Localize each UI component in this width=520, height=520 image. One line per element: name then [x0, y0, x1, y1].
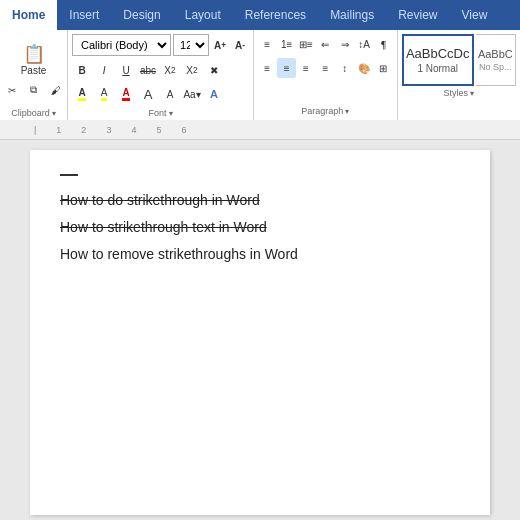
- justify-button[interactable]: ≡: [316, 58, 334, 78]
- font-color-button[interactable]: A: [116, 84, 136, 104]
- ruler: | 1 2 3 4 5 6: [0, 120, 520, 140]
- clipboard-group: 📋 Paste ✂ ⧉ 🖌 Clipboard ▾: [0, 30, 68, 120]
- strikethrough-button[interactable]: abc: [138, 60, 158, 80]
- doc-text-3: How to remove strikethroughs in Word: [60, 246, 298, 262]
- align-center-button[interactable]: ≡: [277, 58, 295, 78]
- borders-button[interactable]: ⊞: [374, 58, 392, 78]
- ribbon: 📋 Paste ✂ ⧉ 🖌 Clipboard ▾ Calibri (Body)…: [0, 30, 520, 120]
- multilevel-list-button[interactable]: ⊞≡: [297, 34, 315, 54]
- paste-icon: 📋: [23, 43, 45, 65]
- shading-button[interactable]: A: [94, 84, 114, 104]
- paragraph-group-label: Paragraph ▾: [258, 106, 393, 116]
- cut-button[interactable]: ✂: [2, 80, 22, 100]
- increase-indent-button[interactable]: ⇒: [336, 34, 354, 54]
- tab-layout[interactable]: Layout: [173, 0, 233, 30]
- shading-fill-button[interactable]: 🎨: [355, 58, 373, 78]
- italic-button[interactable]: I: [94, 60, 114, 80]
- doc-line-1: How to do strikethrough in Word: [60, 190, 460, 211]
- clear-format-button[interactable]: ✖: [204, 60, 224, 80]
- styles-group: AaBbCcDc 1 Normal AaBbC No Sp... Styles …: [398, 30, 520, 120]
- nosp-label: No Sp...: [479, 62, 512, 72]
- clipboard-label: Clipboard ▾: [4, 108, 63, 118]
- decrease-font-button[interactable]: A-: [231, 35, 249, 55]
- font-size-select[interactable]: 12: [173, 34, 209, 56]
- superscript-button[interactable]: X2: [182, 60, 202, 80]
- align-left-button[interactable]: ≡: [258, 58, 276, 78]
- paragraph-group: ≡ 1≡ ⊞≡ ⇐ ⇒ ↕A ¶ ≡ ≡ ≡ ≡ ↕ 🎨 ⊞ Paragr: [254, 30, 398, 120]
- text-effects-button[interactable]: A: [204, 84, 224, 104]
- numbering-button[interactable]: 1≡: [277, 34, 295, 54]
- increase-font-button[interactable]: A+: [211, 35, 229, 55]
- underline-button[interactable]: U: [116, 60, 136, 80]
- change-case-button[interactable]: Aa▾: [182, 84, 202, 104]
- ribbon-tabs: Home Insert Design Layout References Mai…: [0, 0, 520, 30]
- nosp-preview: AaBbC: [478, 48, 513, 60]
- tab-home[interactable]: Home: [0, 0, 57, 30]
- bold-button[interactable]: B: [72, 60, 92, 80]
- doc-line-2: How to strikethrough text in Word: [60, 217, 460, 238]
- doc-text-2: How to strikethrough text in Word: [60, 219, 267, 235]
- paste-button[interactable]: 📋 Paste: [14, 40, 54, 79]
- normal-preview: AaBbCcDc: [406, 46, 470, 61]
- text-highlight-button[interactable]: A: [72, 84, 92, 104]
- font-family-select[interactable]: Calibri (Body): [72, 34, 171, 56]
- font-size-grow-button[interactable]: A: [138, 84, 158, 104]
- style-nospacing[interactable]: AaBbC No Sp...: [476, 34, 516, 86]
- subscript-button[interactable]: X2: [160, 60, 180, 80]
- font-group: Calibri (Body) 12 A+ A- B I U abc X2 X2 …: [68, 30, 254, 120]
- tab-insert[interactable]: Insert: [57, 0, 111, 30]
- doc-line-3: How to remove strikethroughs in Word: [60, 244, 460, 265]
- tab-design[interactable]: Design: [111, 0, 172, 30]
- tab-mailings[interactable]: Mailings: [318, 0, 386, 30]
- tab-references[interactable]: References: [233, 0, 318, 30]
- content-area: How to do strikethrough in Word How to s…: [0, 140, 520, 520]
- bullets-button[interactable]: ≡: [258, 34, 276, 54]
- copy-button[interactable]: ⧉: [24, 80, 44, 100]
- doc-text-1: How to do strikethrough in Word: [60, 192, 260, 208]
- show-formatting-button[interactable]: ¶: [374, 34, 392, 54]
- sort-button[interactable]: ↕A: [355, 34, 373, 54]
- font-size-shrink-button[interactable]: A: [160, 84, 180, 104]
- tab-view[interactable]: View: [450, 0, 500, 30]
- font-group-label: Font ▾: [72, 108, 249, 118]
- cursor-line: [60, 174, 78, 176]
- line-spacing-button[interactable]: ↕: [336, 58, 354, 78]
- decrease-indent-button[interactable]: ⇐: [316, 34, 334, 54]
- normal-label: 1 Normal: [417, 63, 458, 74]
- paste-label: Paste: [21, 65, 47, 76]
- tab-review[interactable]: Review: [386, 0, 449, 30]
- format-painter-button[interactable]: 🖌: [46, 80, 66, 100]
- style-normal[interactable]: AaBbCcDc 1 Normal: [402, 34, 474, 86]
- styles-group-label: Styles ▾: [402, 88, 516, 98]
- align-right-button[interactable]: ≡: [297, 58, 315, 78]
- document[interactable]: How to do strikethrough in Word How to s…: [30, 150, 490, 515]
